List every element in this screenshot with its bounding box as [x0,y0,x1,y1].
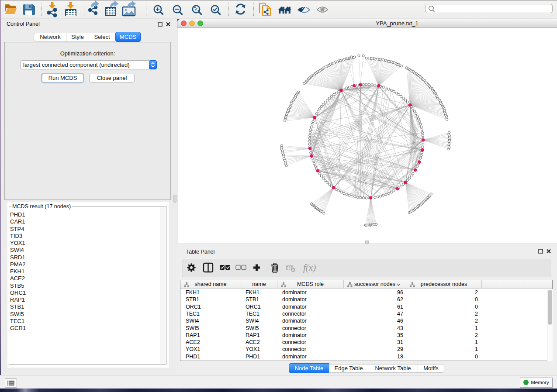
svg-text:f(x): f(x) [303,262,316,273]
